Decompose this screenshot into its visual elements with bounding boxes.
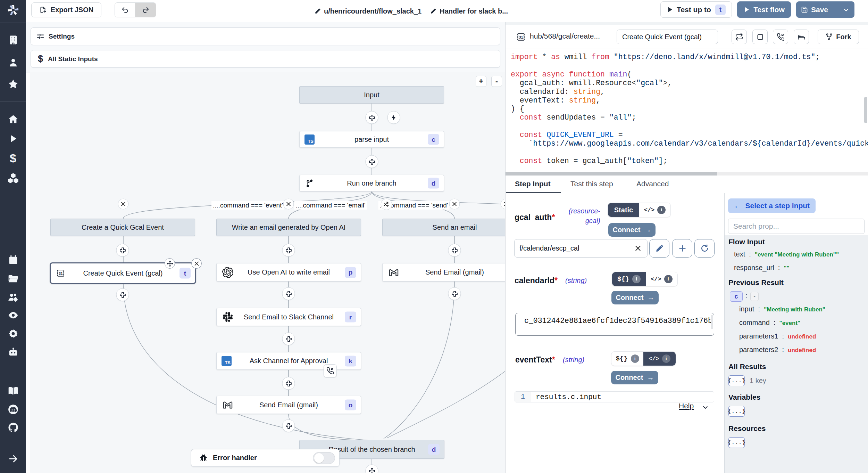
- svg-text:31: 31: [519, 35, 523, 39]
